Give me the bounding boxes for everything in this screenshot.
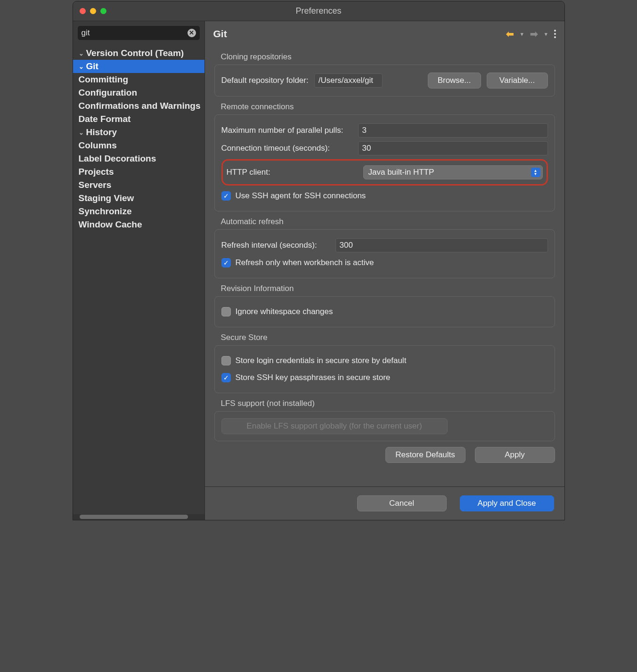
tree-item[interactable]: Servers [73,178,204,192]
tree-item-label: History [86,127,117,138]
refresh-interval-input[interactable] [335,238,548,252]
tree-item[interactable]: Committing [73,73,204,86]
timeout-label: Connection timeout (seconds): [221,144,352,153]
enable-lfs-button: Enable LFS support globally (for the cur… [221,418,448,434]
preferences-window: Preferences ✕ ⌄Version Control (Team)⌄Gi… [73,1,565,520]
tree-item-label: Window Cache [79,219,142,230]
dialog-footer: Cancel Apply and Close [205,486,564,520]
sidebar: ✕ ⌄Version Control (Team)⌄GitCommittingC… [73,21,205,520]
chevron-down-icon[interactable]: ⌄ [79,129,86,136]
tree-item[interactable]: Window Cache [73,218,204,231]
cancel-button[interactable]: Cancel [357,495,447,511]
select-updown-icon: ▲▼ [531,168,540,177]
tree-item[interactable]: Projects [73,165,204,178]
http-client-label: HTTP client: [227,168,358,177]
tree-item-label: Projects [79,167,114,177]
tree-item[interactable]: Confirmations and Warnings [73,99,204,113]
tree-item-label: Servers [79,180,112,190]
tree-item[interactable]: Staging View [73,192,204,205]
tree-item[interactable]: Configuration [73,86,204,99]
tree-item[interactable]: ⌄Git [73,60,204,73]
ignore-whitespace-checkbox[interactable] [221,307,231,316]
nav-forward-menu-icon[interactable]: ▾ [545,31,547,37]
page-title: Git [213,28,227,40]
repo-folder-input[interactable] [314,73,383,88]
lfs-section-title: LFS support (not installed) [221,399,555,408]
remote-section-title: Remote connections [221,102,555,112]
tree-item[interactable]: Columns [73,139,204,152]
revision-section: Ignore whitespace changes [214,296,555,327]
repo-folder-label: Default repository folder: [221,76,309,85]
tree-item-label: Staging View [79,193,134,203]
refresh-active-label: Refresh only when workbench is active [236,258,374,267]
ssh-agent-label: Use SSH agent for SSH connections [236,191,366,201]
refresh-interval-label: Refresh interval (seconds): [221,241,330,250]
revision-section-title: Revision Information [221,284,555,293]
cloning-section-title: Cloning repositories [221,52,555,62]
refresh-active-checkbox[interactable]: ✓ [221,258,231,267]
lfs-section: Enable LFS support globally (for the cur… [214,411,555,441]
tree-item-label: Date Format [79,114,131,124]
parallel-pulls-input[interactable] [358,123,548,138]
tree-item-label: Columns [79,140,117,151]
browse-button[interactable]: Browse... [428,73,481,89]
store-login-label: Store login credentials in secure store … [236,356,407,365]
tree-item[interactable]: Label Decorations [73,152,204,165]
tree-item-label: Version Control (Team) [86,48,184,58]
clear-search-icon[interactable]: ✕ [188,29,196,37]
cloning-section: Default repository folder: Browse... Var… [214,65,555,97]
remote-section: Maximum number of parallel pulls: Connec… [214,114,555,211]
secure-section: Store login credentials in secure store … [214,345,555,393]
tree-item-label: Label Decorations [79,154,156,164]
restore-defaults-button[interactable]: Restore Defaults [385,447,466,463]
refresh-section: Refresh interval (seconds): ✓ Refresh on… [214,229,555,278]
tree-item-label: Committing [79,74,129,85]
tree-item-label: Configuration [79,88,138,98]
chevron-down-icon[interactable]: ⌄ [79,50,86,57]
tree-item[interactable]: ⌄History [73,126,204,139]
nav-back-icon[interactable]: ⬅ [506,28,514,40]
ignore-whitespace-label: Ignore whitespace changes [236,307,333,316]
ssh-agent-checkbox[interactable]: ✓ [221,191,231,201]
refresh-section-title: Automatic refresh [221,217,555,227]
tree-item-label: Confirmations and Warnings [79,101,201,111]
search-input[interactable] [82,28,185,38]
http-client-select[interactable]: Java built-in HTTP ▲▼ [363,165,543,179]
highlighted-region: HTTP client: Java built-in HTTP ▲▼ [221,159,548,186]
preference-tree: ⌄Version Control (Team)⌄GitCommittingCon… [73,45,204,514]
scrollbar-thumb[interactable] [80,515,188,519]
tree-item[interactable]: Date Format [73,113,204,126]
apply-and-close-button[interactable]: Apply and Close [460,495,554,511]
overflow-menu-icon[interactable] [554,30,556,38]
main-panel: Git ⬅ ▾ ➡ ▾ Cloning repositories Default… [205,21,564,520]
tree-item[interactable]: ⌄Version Control (Team) [73,47,204,60]
nav-back-menu-icon[interactable]: ▾ [521,31,523,37]
titlebar: Preferences [73,1,564,21]
window-title: Preferences [73,6,564,16]
http-client-value: Java built-in HTTP [368,168,434,177]
tree-item-label: Synchronize [79,206,132,217]
apply-button[interactable]: Apply [475,447,555,463]
parallel-pulls-label: Maximum number of parallel pulls: [221,126,352,135]
store-ssh-label: Store SSH key passphrases in secure stor… [236,373,391,382]
tree-item[interactable]: Synchronize [73,205,204,218]
store-login-checkbox[interactable] [221,356,231,365]
chevron-down-icon[interactable]: ⌄ [79,63,86,70]
secure-section-title: Secure Store [221,333,555,342]
horizontal-scrollbar[interactable] [73,514,204,520]
store-ssh-checkbox[interactable]: ✓ [221,373,231,382]
variable-button[interactable]: Variable... [487,73,548,89]
timeout-input[interactable] [358,141,548,155]
nav-forward-icon[interactable]: ➡ [530,28,538,40]
search-box: ✕ [78,26,200,40]
tree-item-label: Git [86,61,98,72]
